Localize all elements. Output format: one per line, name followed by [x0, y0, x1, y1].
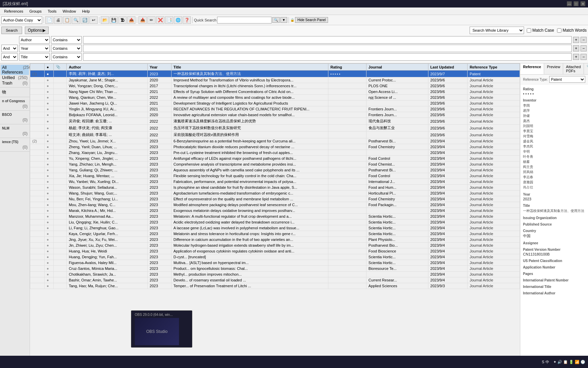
col-header-reftype[interactable]: Reference Type	[468, 64, 520, 71]
table-row[interactable]: ●Yang, Guliang; Qi, Zhiwen; ...2023Aqueo…	[30, 167, 520, 173]
table-row[interactable]: ●Bidjokazo FOFANA, Leonid...2020Innovati…	[30, 112, 520, 118]
toolbar-help[interactable]: ❓	[183, 16, 191, 24]
toolbar-print[interactable]: 🖨	[54, 16, 62, 24]
menu-help[interactable]: Help	[79, 9, 93, 14]
ref-type-select[interactable]: Patent	[549, 76, 585, 83]
table-row[interactable]: ●Wason, Surabhi; Selladurai...2023Is pho…	[30, 185, 520, 190]
match-words-checkbox[interactable]	[557, 28, 561, 33]
table-row[interactable]: (2)●Zhou, Yiwei; Liu, Jinmei; X...20236-…	[30, 138, 520, 144]
sidebar-item-ts[interactable]: (0)	[1, 144, 29, 150]
tab-attached-pdfs[interactable]: Attached PDFs	[563, 63, 584, 74]
remove-row-2[interactable]: −	[581, 45, 587, 51]
search-value-1[interactable]	[83, 36, 572, 44]
tab-pin[interactable]: 📎	[584, 63, 588, 74]
condition-select-3[interactable]: Contains	[51, 53, 82, 61]
toolbar-format[interactable]: 📑	[165, 16, 173, 24]
match-case-checkbox[interactable]	[527, 28, 531, 33]
table-row[interactable]: ●Figueroa-Avalos, Haley Mil...2023Multiv…	[30, 260, 520, 266]
remove-row-1[interactable]: −	[581, 37, 587, 43]
table-row[interactable]: ●Huang, Dengjing; Yun, Fah...2023D-cyst.…	[30, 254, 520, 260]
menu-tools[interactable]: Tools	[45, 9, 59, 14]
search-value-2[interactable]	[83, 45, 572, 52]
sidebar-item-物[interactable]: 物	[1, 89, 29, 95]
maximize-button[interactable]: □	[574, 1, 578, 6]
table-row[interactable]: ●Li, Fang; Li, Zhenghua; Gao...2023A lac…	[30, 225, 520, 231]
search-button[interactable]: Search	[1, 27, 22, 34]
add-row-2[interactable]: +	[573, 45, 579, 51]
sidebar-item-ebsco[interactable]: (0)	[1, 117, 29, 123]
col-header-author[interactable]: Author	[67, 64, 148, 71]
copy-style-select[interactable]: Author-Date Copy	[1, 16, 42, 24]
condition-select-1[interactable]: Contains	[51, 36, 82, 44]
menu-groups[interactable]: Groups	[27, 9, 44, 14]
table-row[interactable]: ●Mou, Zhen-liang; Wang, C...2023Modified…	[30, 202, 520, 208]
toolbar-edit[interactable]: ✏	[147, 16, 156, 24]
field-select-3[interactable]: Title	[19, 53, 50, 61]
table-row[interactable]: ●Manzoor, Muhammad Aa...2023Melatonin: A…	[30, 214, 520, 219]
menu-window[interactable]: Window	[60, 9, 79, 14]
table-row[interactable]: ●Wu, Yanbei; Wu, Xueling; Di...2023Fabri…	[30, 179, 520, 185]
tab-preview[interactable]: Preview	[544, 63, 563, 74]
quick-search-input[interactable]	[217, 17, 272, 24]
table-row[interactable]: ●Yinglin Ji, Mingyang XU, Ai...2021RECEN…	[30, 106, 520, 112]
col-header-icon2[interactable]: 📎	[54, 64, 67, 71]
andor-select-2[interactable]: And	[1, 45, 18, 52]
menu-references[interactable]: References	[1, 9, 26, 14]
toolbar-save[interactable]: 💾	[110, 16, 118, 24]
andor-select-3[interactable]: And	[1, 53, 18, 61]
quick-search-btn[interactable]: 🔍	[272, 17, 280, 23]
sidebar-item-nlm[interactable]: (0)	[1, 131, 29, 136]
search-scope-select[interactable]: Search Whole Library	[470, 27, 524, 34]
add-row-3[interactable]: +	[573, 54, 579, 60]
table-row[interactable]: ●Marak, Kilchira A.; Mir, Hid...2023Exog…	[30, 208, 520, 214]
toolbar-open-library[interactable]: 📂	[101, 16, 109, 24]
table-row[interactable]: ●Bashir, Omar; Amin, Tawhe...2023Develo.…	[30, 277, 520, 283]
toolbar-insert[interactable]: 📥	[138, 16, 147, 24]
table-row[interactable]: ●Jing, Jiyue; Xu, Xu; Fu, Wei...2023Diff…	[30, 237, 520, 243]
toolbar-new-ref[interactable]: 📄	[45, 16, 53, 24]
sidebar-item-unfiled[interactable]: Unfiled (250)	[1, 75, 29, 80]
col-header-icon1[interactable]: ●	[44, 64, 53, 71]
table-row[interactable]: ●Yu, Xinpeng; Chen, Jinglei; ...2023Anti…	[30, 156, 520, 162]
table-row[interactable]: ●吴诗俊; 程回娜; 俞玉珊; ...2022液氮喷雾速冻及梯度解冻在茘枝品质保…	[30, 118, 520, 125]
sidebar-item-congress[interactable]: (0)	[1, 104, 29, 109]
table-row[interactable]: ●Zhang, Xiaoyan; Liu, Jingru...2023Pre-c…	[30, 150, 520, 156]
toolbar-remove[interactable]: ❌	[156, 16, 164, 24]
hide-search-panel-btn[interactable]: Hide Search Panel	[295, 17, 328, 23]
col-header-rating[interactable]: Rating	[328, 64, 366, 71]
col-header-title[interactable]: Title	[171, 64, 328, 71]
obs-popup[interactable]: OBS 29.0.0 (64-bit, win... OBS Studio	[131, 310, 192, 348]
table-row[interactable]: ●Zheng, Yanli; Duan, Lihua; ...2023Photo…	[30, 144, 520, 150]
minimize-button[interactable]: —	[567, 1, 572, 6]
remove-row-3[interactable]: −	[581, 54, 587, 60]
toolbar-undo[interactable]: ↩	[89, 16, 98, 24]
tab-reference[interactable]: Reference	[520, 63, 544, 74]
table-row[interactable]: ●Wang, Shujun; Wang, Guo;...2023Agrobact…	[30, 190, 520, 196]
col-header-num[interactable]	[30, 64, 45, 71]
table-row[interactable]: ●Cruz-Santos, Mónica Maria...2023Product…	[30, 266, 520, 272]
field-select-2[interactable]: Year	[19, 45, 50, 52]
table-row[interactable]: ●Jiawei Han, Jiacheng Li, Qi...2021Devel…	[30, 101, 520, 106]
table-row[interactable]: ●Chotikakham, Sirawich; Ja...2023Methyl.…	[30, 272, 520, 277]
col-header-year[interactable]: Year	[147, 64, 171, 71]
table-row[interactable]: ●Jin, Zhiwei; Liu, Ziyu; Chen...2023Mole…	[30, 243, 520, 248]
options-button[interactable]: Options ▶	[25, 27, 49, 34]
table-row[interactable]: ●Wei, Yongzan; Dong, Chen;...2017Transcr…	[30, 83, 520, 89]
table-row[interactable]: ●Liu, Qingqing; Xie, Huilin; C...2023Aci…	[30, 219, 520, 225]
table-row[interactable]: ●Wang, Qiankun; Chen, We...2022A review …	[30, 95, 520, 101]
toolbar-share[interactable]: 📤	[127, 16, 135, 24]
col-header-updated[interactable]: Last Updated	[428, 64, 468, 71]
table-row[interactable]: ●暗文涛; 曲娟娟; 李幕瑶; ...2022采前脱落酸处理对茘枝v酒蔗的保鲜作…	[30, 132, 520, 138]
close-button[interactable]: ✕	[581, 1, 585, 6]
toolbar-url[interactable]: 🌐	[174, 16, 182, 24]
table-row[interactable]: ●Kaya, Cengiz; Ugurlar, Ferh...2023Melat…	[30, 231, 520, 237]
field-select-1[interactable]: Author	[19, 36, 50, 44]
quick-search-options[interactable]: ▼	[280, 17, 287, 23]
add-row-1[interactable]: +	[573, 37, 579, 43]
table-row[interactable]: ●Tang, Hao; Ma, Ruijun; Che...2023Temper…	[30, 283, 520, 289]
table-wrapper[interactable]: ● 📎 Author Year Title Rating Journal Las…	[30, 63, 520, 368]
table-row[interactable]: ●杨超; 李伏龙; 代锐; 阎安康2022负压环境下茘枝保鲜数值分析及实验研究食…	[30, 125, 520, 132]
sidebar-item-trash[interactable]: Trash (0)	[1, 80, 29, 86]
table-row[interactable]: ●Nang Ngwe Chi Win; Than ...2021Effects …	[30, 89, 520, 95]
table-row[interactable]: ●Xia, Jie; Huang, Wentao; ...2023Flexibl…	[30, 173, 520, 179]
